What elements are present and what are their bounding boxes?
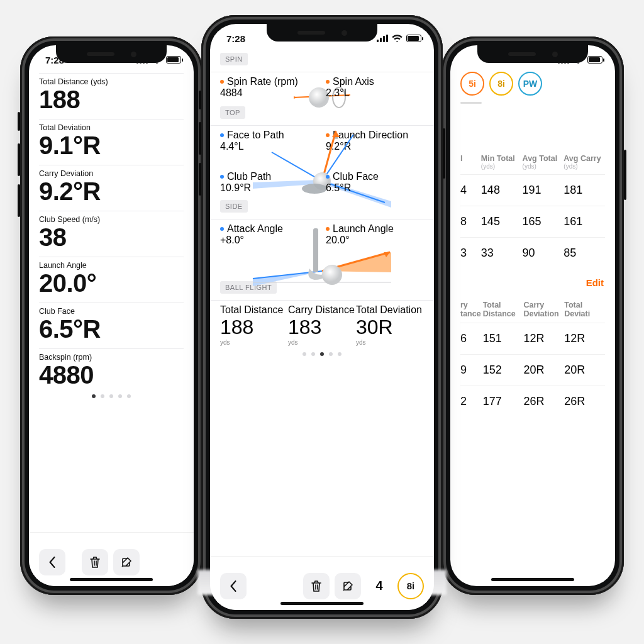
back-button[interactable] <box>39 549 65 575</box>
club-chip-5i[interactable]: 5i <box>460 72 484 96</box>
table-row[interactable]: 2 177 26R 26R <box>460 386 605 417</box>
dot-icon <box>326 80 330 84</box>
section-tag-spin: SPIN <box>220 53 248 65</box>
battery-icon <box>587 56 602 64</box>
compose-icon <box>120 556 133 569</box>
table-row[interactable]: 9 152 20R 20R <box>460 354 605 386</box>
phone-right: 7:28 5i 8i PW l Min To <box>441 36 624 595</box>
home-indicator[interactable] <box>70 578 153 581</box>
delete-button[interactable] <box>303 573 330 599</box>
toolbar <box>29 532 194 586</box>
stats-table-2: ry tance Total Distance Carry Deviation … <box>460 297 605 417</box>
table-row[interactable]: 6 151 12R 12R <box>460 323 605 354</box>
section-tag-side: SIDE <box>220 200 248 213</box>
home-indicator[interactable] <box>280 602 364 605</box>
center-content: SPIN Spin Rate (rpm) 4884 <box>210 49 434 610</box>
edit-button[interactable] <box>113 549 140 575</box>
right-content: 5i 8i PW l Min Total(yds) Avg Total(yds)… <box>450 70 615 586</box>
section-tag-top: TOP <box>220 106 245 119</box>
club-chip-8i[interactable]: 8i <box>489 72 513 96</box>
cell-signal-icon <box>377 35 388 42</box>
section-tag-ballflight: BALL FLIGHT <box>220 281 277 294</box>
chevron-left-icon <box>229 580 238 592</box>
page-dots <box>39 394 184 398</box>
shot-count: 4 <box>366 573 392 599</box>
metric-value: 188 <box>39 86 184 113</box>
phone-center: 7:28 SPIN Spin Rate (rpm) 4884 <box>201 15 443 619</box>
table-row[interactable]: 4 148 191 181 <box>460 174 605 206</box>
dot-icon <box>326 133 330 137</box>
back-button[interactable] <box>220 573 247 599</box>
notch <box>56 45 167 63</box>
edit-button[interactable] <box>335 573 361 599</box>
status-time: 7:28 <box>226 33 245 44</box>
stats-table-1: l Min Total(yds) Avg Total(yds) Avg Carr… <box>460 150 605 269</box>
club-badge[interactable]: 8i <box>397 573 424 599</box>
club-chip-pw[interactable]: PW <box>518 72 542 96</box>
wifi-icon <box>392 35 402 42</box>
dot-icon <box>220 80 224 84</box>
delete-button[interactable] <box>82 549 108 575</box>
dot-icon <box>326 227 330 231</box>
trash-icon <box>89 556 101 569</box>
metric-label: Total Distance (yds) <box>39 77 184 86</box>
dot-icon <box>326 175 330 179</box>
edit-link[interactable]: Edit <box>460 269 605 297</box>
phone-left: 7:28 Total Distance (yds)188 Total Devia… <box>20 36 203 595</box>
table-row[interactable]: 3 33 90 85 <box>460 237 605 269</box>
toolbar: 4 8i <box>210 556 434 610</box>
dot-icon <box>220 175 224 179</box>
chevron-left-icon <box>48 557 57 568</box>
home-indicator[interactable] <box>491 578 574 581</box>
table-row[interactable]: 8 145 165 161 <box>460 206 605 237</box>
notch <box>267 24 377 42</box>
page-dots <box>220 352 424 356</box>
compose-icon <box>341 580 354 592</box>
battery-icon <box>406 35 421 42</box>
battery-icon <box>166 56 181 64</box>
dot-icon <box>220 133 224 137</box>
notch <box>477 45 588 63</box>
trash-icon <box>311 580 322 592</box>
dot-icon <box>220 227 224 231</box>
left-metrics: Total Distance (yds)188 Total Deviation9… <box>29 70 194 586</box>
